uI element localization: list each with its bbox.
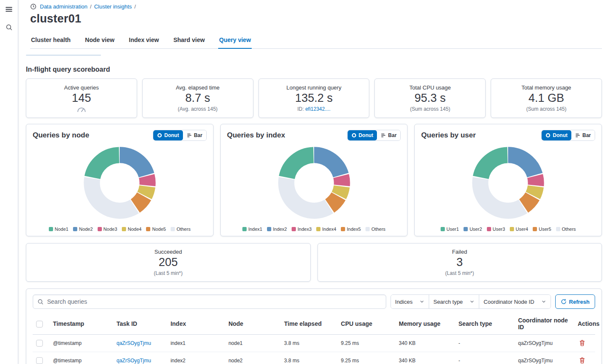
panel-queries-by-index: Queries by indexDonutBarIndex1Index2Inde…	[220, 124, 408, 236]
chart-type-toggle: DonutBar	[347, 130, 401, 141]
tab-index-view[interactable]: Index view	[128, 33, 160, 49]
refresh-icon	[561, 299, 567, 305]
breadcrumb-link-data-administration[interactable]: Data administration	[40, 3, 87, 10]
stat-card-row: Active queries145Avg. elapsed time8.7 s(…	[26, 78, 602, 118]
filter-coordinator-node-id[interactable]: Coordinator Node ID	[479, 295, 550, 308]
legend-item-node1[interactable]: Node1	[49, 227, 68, 232]
legend-item-node5[interactable]: Node5	[146, 227, 166, 232]
panel-header: Queries by nodeDonutBar	[33, 130, 207, 141]
task-id-link[interactable]: qaZrSOygTjmu	[116, 358, 151, 364]
refresh-button[interactable]: Refresh	[555, 294, 595, 309]
legend-item-others[interactable]: Others	[365, 227, 385, 232]
column-header-search-type: Search type	[455, 313, 514, 335]
bar-toggle-button[interactable]: Bar	[571, 130, 595, 140]
cell-memory-usage: 340 KB	[396, 335, 455, 352]
filter-label: Search type	[433, 299, 463, 305]
counter-title: Failed	[321, 249, 599, 255]
stat-title: Avg. elapsed time	[146, 84, 250, 91]
query-id-link[interactable]: efi12342....	[305, 106, 330, 112]
history-icon[interactable]	[30, 3, 37, 10]
donut-icon	[157, 133, 162, 138]
legend-label: User4	[516, 227, 528, 232]
legend-swatch	[292, 227, 296, 231]
legend-label: Node1	[55, 227, 68, 232]
select-all-header	[33, 313, 50, 335]
column-header-task-id: Task ID	[113, 313, 167, 335]
filter-search-type[interactable]: Search type	[429, 295, 479, 308]
legend-item-user1[interactable]: User1	[441, 227, 459, 232]
column-header-timestamp: Timestamp	[50, 313, 113, 335]
legend-item-user4[interactable]: User4	[510, 227, 528, 232]
donut-icon	[545, 133, 551, 138]
view-toggle-group: Live viewTop n queries	[26, 55, 101, 56]
bar-icon	[187, 133, 192, 138]
legend-item-others[interactable]: Others	[556, 227, 576, 232]
menu-icon[interactable]	[3, 3, 15, 15]
donut-toggle-label: Donut	[164, 132, 179, 138]
refresh-label: Refresh	[569, 299, 590, 305]
trash-icon[interactable]	[578, 339, 587, 347]
cell-timestamp: @timestamp	[50, 335, 113, 352]
legend-label: Index3	[298, 227, 312, 232]
stat-value: 95.3 s	[378, 92, 482, 105]
donut-toggle-label: Donut	[553, 132, 568, 138]
search-input[interactable]	[47, 298, 382, 305]
legend-item-index2[interactable]: Index2	[267, 227, 287, 232]
panel-queries-by-node: Queries by nodeDonutBarNode1Node2Node3No…	[26, 124, 214, 236]
donut-toggle-button[interactable]: Donut	[153, 130, 183, 140]
legend-label: Node4	[128, 227, 141, 232]
legend-item-node4[interactable]: Node4	[122, 227, 141, 232]
legend-label: Node5	[152, 227, 166, 232]
filter-label: Indices	[395, 299, 413, 305]
legend-swatch	[441, 227, 445, 231]
bar-toggle-button[interactable]: Bar	[377, 130, 400, 140]
trash-icon[interactable]	[578, 356, 587, 364]
counter-card-succeeded: Succeeded205(Last 5 min*)	[26, 243, 311, 282]
tab-cluster-health[interactable]: Cluster health	[30, 33, 71, 49]
view-toggle-top-n-queries[interactable]: Top n queries	[58, 55, 101, 56]
column-header-memory-usage: Memory usage	[396, 313, 455, 335]
legend-item-index3[interactable]: Index3	[292, 227, 312, 232]
donut-toggle-button[interactable]: Donut	[542, 130, 571, 140]
legend-item-index5[interactable]: Index5	[341, 227, 361, 232]
donut-toggle-button[interactable]: Donut	[348, 130, 377, 140]
tab-shard-view[interactable]: Shard view	[172, 33, 205, 49]
row-checkbox[interactable]	[36, 340, 43, 347]
table-row: @timestampqaZrSOygTjmuindex1node13.8 ms9…	[33, 335, 595, 352]
view-toggle-live-view[interactable]: Live view	[26, 55, 58, 56]
legend-item-user5[interactable]: User5	[533, 227, 551, 232]
legend-item-index1[interactable]: Index1	[242, 227, 262, 232]
tab-node-view[interactable]: Node view	[84, 33, 115, 49]
column-header-cpu-usage: CPU usage	[337, 313, 395, 335]
counter-title: Succeeded	[30, 249, 307, 255]
breadcrumb-link-cluster-insights[interactable]: Cluster insights	[94, 3, 132, 10]
select-all-checkbox[interactable]	[36, 321, 43, 328]
legend-label: Node2	[79, 227, 93, 232]
legend-label: Index2	[273, 227, 287, 232]
filter-label: Coordinator Node ID	[483, 299, 534, 305]
legend-item-user3[interactable]: User3	[487, 227, 505, 232]
bar-icon	[575, 133, 580, 138]
legend-item-others[interactable]: Others	[171, 227, 191, 232]
filter-indices[interactable]: Indices	[391, 295, 429, 308]
tab-query-view[interactable]: Query view	[218, 33, 252, 49]
task-id-link[interactable]: qaZrSOygTjmu	[116, 340, 151, 346]
legend-item-user2[interactable]: User2	[464, 227, 482, 232]
donut-chart-wrap	[33, 143, 207, 223]
counter-card-failed: Failed3(Last 5 min*)	[318, 243, 602, 282]
row-checkbox[interactable]	[36, 357, 43, 364]
stat-card-total-memory-usage: Total memory usage4.1 GB(Sum across 145)	[491, 78, 602, 118]
stat-subtext: ID: efi12342....	[262, 106, 366, 112]
bar-toggle-button[interactable]: Bar	[183, 130, 206, 140]
bar-toggle-label: Bar	[582, 132, 591, 138]
legend-item-node3[interactable]: Node3	[98, 227, 117, 232]
cell-search-type: -	[455, 335, 514, 352]
search-icon[interactable]	[3, 21, 15, 33]
stat-title: Total CPU usage	[378, 84, 482, 91]
legend-swatch	[487, 227, 491, 231]
panel-queries-by-user: Queries by userDonutBarUser1User2User3Us…	[414, 124, 602, 236]
legend-item-node2[interactable]: Node2	[73, 227, 93, 232]
column-header-time-elapsed: Time elapsed	[281, 313, 337, 335]
chart-legend: User1User2User3User4User5Others	[421, 227, 595, 232]
legend-item-index4[interactable]: Index4	[316, 227, 336, 232]
